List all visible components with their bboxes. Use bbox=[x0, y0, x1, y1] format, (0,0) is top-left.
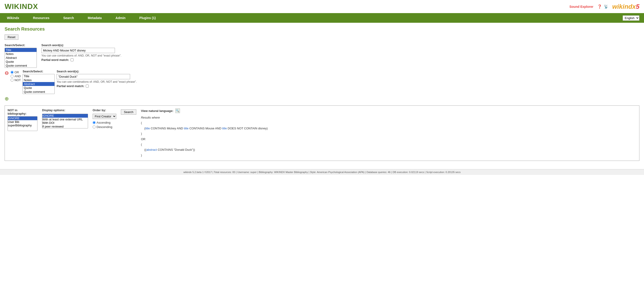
remove-row-button[interactable]: ⊖ bbox=[4, 70, 9, 76]
results-line-or: OR bbox=[141, 136, 636, 142]
bottom-section: NOT inbibliography: IGNORE User Bib supe… bbox=[4, 106, 640, 161]
wikindx5-logo: wikindx5 bbox=[612, 3, 640, 10]
search-select-section-1: Search/Select: Title Notes Abstract Quot… bbox=[4, 44, 37, 68]
logo-right: Sound Explorer ❓ 📡 wikindx5 bbox=[569, 3, 640, 10]
keyword-title-1: title bbox=[145, 126, 150, 130]
nav-wikindx[interactable]: Wikindx bbox=[0, 13, 26, 23]
results-line-close-1: ) bbox=[141, 131, 636, 136]
search-hint-2: You can use combinations of: AND, OR, NO… bbox=[56, 80, 136, 84]
not-in-bib-listbox[interactable]: IGNORE User Bib superBibliography bbox=[8, 116, 38, 131]
results-line-2: ((abstract CONTAINS "Donald Duck")) bbox=[141, 147, 636, 152]
order-by-label: Order by: bbox=[92, 108, 116, 112]
results-where-text: Results where bbox=[141, 115, 636, 120]
search-row-2: ⊖ OR AND NOT Search/Select: Title Notes … bbox=[4, 70, 640, 94]
results-body: Results where ( (title CONTAINS Mickey A… bbox=[141, 115, 636, 158]
partial-match-label-2: Partial word match: bbox=[56, 84, 84, 88]
not-in-bibliography-section: NOT inbibliography: IGNORE User Bib supe… bbox=[8, 108, 38, 131]
reset-button[interactable]: Reset bbox=[4, 34, 18, 40]
language-dropdown[interactable]: English bbox=[623, 16, 640, 21]
order-by-section: Order by: First Creator Title Year Ascen… bbox=[92, 108, 116, 129]
results-line-1: (title CONTAINS Mickey AND title CONTAIN… bbox=[141, 126, 636, 131]
search-row-1: Search/Select: Title Notes Abstract Quot… bbox=[4, 44, 640, 68]
boolean-or-label[interactable]: OR bbox=[10, 70, 21, 74]
app-logo: WIKINDX bbox=[4, 2, 38, 11]
order-by-select-row: First Creator Title Year bbox=[92, 114, 116, 119]
boolean-not-label[interactable]: NOT bbox=[10, 78, 21, 82]
partial-match-checkbox-2[interactable] bbox=[86, 84, 89, 88]
footer-text: wikindx 5.2.beta 1 ©2017 | Total resourc… bbox=[184, 171, 460, 174]
rss-icon[interactable]: 📡 bbox=[604, 4, 608, 9]
header-top: WIKINDX Sound Explorer ❓ 📡 wikindx5 bbox=[0, 0, 644, 13]
partial-match-label-1: Partial word match: bbox=[41, 58, 69, 62]
search-button[interactable]: Search bbox=[121, 110, 136, 115]
search-select-label-1: Search/Select: bbox=[4, 44, 37, 47]
footer: wikindx 5.2.beta 1 ©2017 | Total resourc… bbox=[0, 169, 644, 175]
boolean-and-radio[interactable] bbox=[10, 75, 14, 78]
descending-label[interactable]: Descending bbox=[92, 125, 116, 129]
nav-admin[interactable]: Admin bbox=[109, 13, 132, 23]
ascending-text: Ascending bbox=[96, 121, 110, 124]
partial-match-checkbox-1[interactable] bbox=[70, 58, 74, 61]
search-field-listbox-2[interactable]: Title Notes Abstract Quote Quote comment bbox=[22, 74, 55, 94]
results-line-close-2: ) bbox=[141, 152, 636, 158]
order-by-dropdown[interactable]: First Creator Title Year bbox=[92, 114, 116, 119]
search-select-section-2: Search/Select: Title Notes Abstract Quot… bbox=[22, 70, 55, 94]
results-line-paren-open: ( bbox=[141, 120, 636, 126]
search-words-label-2: Search word(s): bbox=[56, 70, 136, 73]
nav-plugins[interactable]: Plugins (1) bbox=[132, 13, 163, 23]
boolean-or-text: OR bbox=[14, 70, 19, 74]
natural-language-section: View natural language: 🔍 Results where (… bbox=[141, 108, 636, 158]
boolean-and-label[interactable]: AND bbox=[10, 74, 21, 78]
search-field-listbox-1[interactable]: Title Notes Abstract Quote Quote comment bbox=[4, 48, 37, 68]
boolean-not-radio[interactable] bbox=[10, 78, 14, 82]
partial-match-row-1: Partial word match: bbox=[41, 58, 121, 62]
boolean-and-text: AND bbox=[14, 74, 21, 78]
content-area: Search Resources Reset Search/Select: Ti… bbox=[0, 23, 644, 164]
results-line-paren-open-2: ( bbox=[141, 142, 636, 147]
search-select-label-2: Search/Select: bbox=[22, 70, 55, 73]
sound-explorer-link[interactable]: Sound Explorer bbox=[569, 5, 593, 8]
search-input-2[interactable] bbox=[56, 74, 130, 79]
boolean-not-text: NOT bbox=[14, 78, 21, 82]
descending-text: Descending bbox=[96, 125, 112, 129]
display-options-listbox[interactable]: IGNORE With at least one external URL Wi… bbox=[42, 114, 88, 128]
ascending-label[interactable]: Ascending bbox=[92, 121, 116, 124]
search-words-section-1: Search word(s): You can use combinations… bbox=[41, 44, 121, 62]
descending-radio[interactable] bbox=[92, 126, 96, 128]
search-words-section-2: Search word(s): You can use combinations… bbox=[56, 70, 136, 88]
nav-resources[interactable]: Resources bbox=[26, 13, 56, 23]
boolean-radios: OR AND NOT bbox=[10, 70, 21, 82]
page-title: Search Resources bbox=[4, 26, 640, 32]
nav-right: English bbox=[623, 16, 644, 21]
keyword-title-2: title bbox=[184, 126, 188, 130]
natural-language-label: View natural language: bbox=[141, 109, 173, 112]
natural-language-search-icon[interactable]: 🔍 bbox=[175, 108, 180, 113]
navbar: Wikindx Resources Search Metadata Admin … bbox=[0, 13, 644, 23]
search-words-label-1: Search word(s): bbox=[41, 44, 121, 47]
not-in-bib-label: NOT inbibliography: bbox=[8, 108, 38, 115]
search-button-section: Search bbox=[121, 108, 136, 115]
partial-match-row-2: Partial word match: bbox=[56, 84, 136, 88]
search-input-1[interactable] bbox=[41, 48, 115, 53]
natural-language-header: View natural language: 🔍 bbox=[141, 108, 636, 113]
keyword-title-3: title bbox=[222, 126, 227, 130]
nav-search[interactable]: Search bbox=[56, 13, 81, 23]
help-icon[interactable]: ❓ bbox=[597, 4, 602, 9]
ascending-radio[interactable] bbox=[92, 121, 96, 124]
display-options-section: Display options: IGNORE With at least on… bbox=[42, 108, 88, 128]
keyword-abstract: abstract bbox=[146, 148, 157, 152]
boolean-or-radio[interactable] bbox=[10, 71, 14, 74]
nav-metadata[interactable]: Metadata bbox=[81, 13, 109, 23]
nav-icons: ❓ 📡 bbox=[597, 4, 608, 9]
add-row-button[interactable]: ⊕ bbox=[4, 96, 640, 102]
search-hint-1: You can use combinations of: AND, OR, NO… bbox=[41, 54, 121, 57]
sort-direction: Ascending Descending bbox=[92, 121, 116, 129]
display-options-label: Display options: bbox=[42, 108, 88, 112]
language-selector[interactable]: English bbox=[623, 16, 640, 21]
